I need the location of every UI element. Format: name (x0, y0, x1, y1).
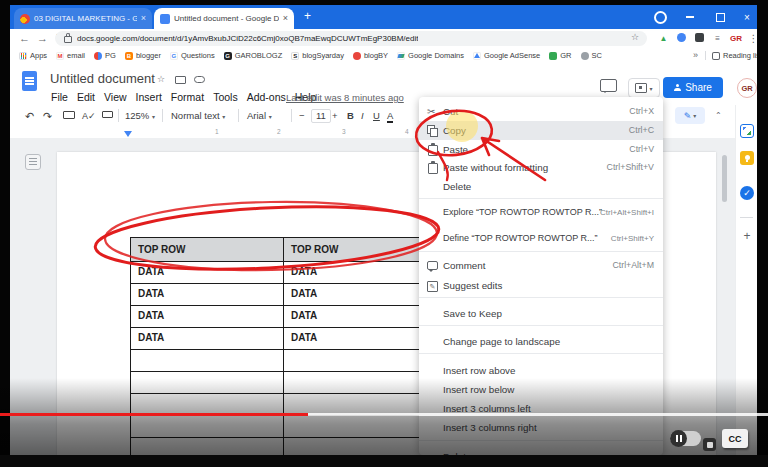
decrease-font-size-button[interactable]: − (299, 108, 305, 124)
menu-item-define[interactable]: Define “TOP ROWTOP ROWTOP R...”Ctrl+Shif… (419, 229, 663, 248)
print-icon[interactable] (63, 111, 75, 119)
menu-addons[interactable]: Add-ons (247, 91, 286, 103)
close-button[interactable]: × (734, 5, 757, 29)
bookmark-item[interactable]: PG (94, 51, 116, 60)
bookmark-item[interactable]: Bblogger (125, 51, 161, 60)
editing-mode-button[interactable]: ✎▾ (675, 107, 705, 124)
menu-item-delete[interactable]: Delete (419, 177, 663, 196)
google-docs-icon[interactable] (22, 71, 37, 91)
menu-item-paste[interactable]: PasteCtrl+V (419, 140, 663, 159)
table-cell[interactable]: DATA (284, 306, 437, 328)
redo-icon[interactable]: ↷ (43, 108, 52, 124)
table-cell[interactable]: DATA (284, 328, 437, 350)
forward-icon[interactable]: → (37, 31, 48, 46)
bookmark-item[interactable]: GQuestions (170, 51, 215, 60)
table-cell[interactable] (284, 350, 437, 372)
tab-untitled-document[interactable]: Untitled document - Google Do × (154, 8, 294, 29)
menu-item-insert-3-columns-right[interactable]: Insert 3 columns right (419, 418, 663, 437)
chrome-menu-icon[interactable]: ⋮ (748, 33, 757, 44)
table-cell[interactable] (284, 372, 437, 394)
tab-close-icon[interactable]: × (141, 14, 146, 23)
menu-view[interactable]: View (104, 91, 127, 103)
gr-extension-icon[interactable]: GR (730, 33, 741, 44)
increase-font-size-button[interactable]: + (332, 108, 338, 124)
account-avatar[interactable]: GR (737, 78, 757, 98)
table-cell[interactable]: TOP ROW (131, 238, 284, 262)
autoplay-toggle[interactable] (670, 431, 701, 446)
menu-item-delete-row[interactable]: Delete row (419, 447, 663, 455)
menu-item-change-page-to-landscape[interactable]: Change page to landscape (419, 332, 663, 351)
bookmark-item[interactable]: GR (549, 51, 571, 60)
present-button[interactable]: ▾ (628, 78, 660, 98)
paragraph-style-select[interactable]: Normal text ▾ (171, 108, 225, 125)
table-cell[interactable] (284, 416, 437, 438)
table-cell[interactable] (284, 438, 437, 455)
table-cell[interactable] (131, 438, 284, 455)
tab-digital-marketing[interactable]: 03 DIGITAL MARKETING - Googl × (14, 8, 152, 29)
bookmark-item[interactable]: Memail (56, 51, 85, 60)
table-cell[interactable]: DATA (131, 262, 284, 284)
bookmark-item[interactable]: GGAROBLOGZ (224, 51, 283, 60)
underline-button[interactable]: U (373, 108, 380, 124)
indent-marker[interactable] (124, 131, 132, 137)
calendar-icon[interactable] (740, 124, 754, 138)
address-bar[interactable]: docs.google.com/document/d/1yAmvBxubJCiD… (55, 31, 647, 46)
table-cell[interactable]: DATA (284, 284, 437, 306)
table-cell[interactable]: DATA (131, 284, 284, 306)
open-comments-icon[interactable] (600, 79, 617, 92)
cloud-status-icon[interactable] (194, 74, 205, 85)
add-addon-icon[interactable]: + (739, 229, 755, 243)
last-edit-link[interactable]: Last edit was 8 minutes ago (286, 92, 404, 103)
table-cell[interactable] (131, 372, 284, 394)
hide-menus-chevron-icon[interactable]: ⌃ (715, 108, 722, 124)
menu-item-insert-row-below[interactable]: Insert row below (419, 380, 663, 399)
minimize-button[interactable] (677, 5, 703, 29)
bookmark-item[interactable]: Google Domains (397, 51, 464, 60)
bookmark-item[interactable]: SC (581, 51, 602, 60)
font-select[interactable]: Arial ▾ (247, 108, 272, 125)
table-cell[interactable] (131, 350, 284, 372)
back-icon[interactable]: ← (19, 31, 30, 46)
menu-insert[interactable]: Insert (136, 91, 162, 103)
adblock-extension-icon[interactable] (694, 33, 705, 44)
bookmark-item[interactable]: SblogSyarday (291, 51, 344, 60)
page-scrollbar[interactable] (722, 155, 727, 202)
spellcheck-icon[interactable]: A✓ (82, 108, 96, 124)
font-size-field[interactable]: 11 (311, 109, 331, 123)
closed-captions-button[interactable]: CC (722, 429, 748, 448)
menu-format[interactable]: Format (171, 91, 204, 103)
bookmark-item[interactable]: Apps (19, 51, 47, 60)
new-tab-button[interactable]: + (304, 9, 311, 23)
table-cell[interactable]: DATA (284, 262, 437, 284)
table-cell[interactable]: DATA (131, 306, 284, 328)
document-title[interactable]: Untitled document (50, 71, 155, 86)
miniplayer-icon[interactable] (703, 438, 716, 451)
menu-tools[interactable]: Tools (213, 91, 238, 103)
tab-close-icon[interactable]: × (283, 14, 288, 23)
menu-item-copy[interactable]: CopyCtrl+C (419, 121, 663, 140)
star-document-icon[interactable]: ☆ (157, 74, 165, 84)
menu-file[interactable]: File (51, 91, 68, 103)
paint-format-icon[interactable] (102, 111, 113, 118)
move-folder-icon[interactable] (175, 74, 186, 86)
menu-item-paste-without-formatting[interactable]: Paste without formattingCtrl+Shift+V (419, 158, 663, 177)
undo-icon[interactable]: ↶ (25, 108, 34, 124)
table-cell[interactable]: DATA (131, 328, 284, 350)
menu-item-insert-row-above[interactable]: Insert row above (419, 361, 663, 380)
table-cell[interactable]: TOP ROW (284, 238, 437, 262)
maximize-button[interactable] (707, 5, 733, 29)
menu-item-suggest-edits[interactable]: Suggest edits (419, 276, 663, 295)
bookmarks-overflow-chevron[interactable]: » (693, 50, 698, 60)
bookmark-item[interactable]: Google AdSense (473, 51, 540, 60)
bookmark-star-icon[interactable]: ☆ (631, 32, 639, 42)
tasks-icon[interactable]: ✓ (740, 186, 754, 200)
menu-item-comment[interactable]: CommentCtrl+Alt+M (419, 256, 663, 275)
zoom-select[interactable]: 125% ▾ (125, 108, 155, 125)
bold-button[interactable]: B (347, 108, 354, 124)
menu-item-explore[interactable]: Explore “TOP ROWTOP ROWTOP R...”Ctrl+Alt… (419, 203, 663, 222)
extension-icon[interactable]: ▲ (658, 33, 669, 44)
menu-item-save-to-keep[interactable]: Save to Keep (419, 304, 663, 323)
bookmark-item[interactable]: blogBY (353, 51, 388, 60)
document-outline-icon[interactable] (25, 154, 41, 170)
text-color-button[interactable]: A (387, 110, 393, 123)
